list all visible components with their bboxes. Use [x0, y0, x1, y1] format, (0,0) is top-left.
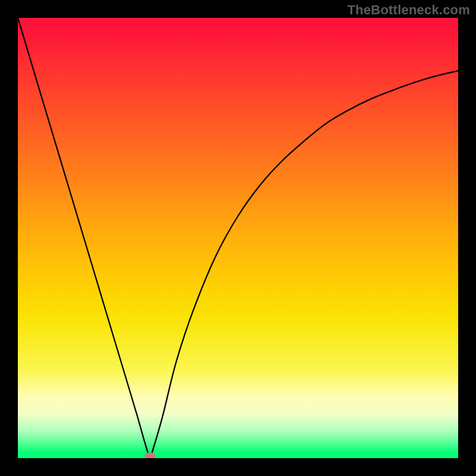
bottleneck-curve-path	[18, 18, 458, 456]
watermark-label: TheBottleneck.com	[347, 2, 470, 18]
minimum-marker	[145, 452, 155, 458]
plot-area	[18, 18, 458, 458]
curve-layer	[18, 18, 458, 458]
chart-frame: TheBottleneck.com	[0, 0, 476, 476]
